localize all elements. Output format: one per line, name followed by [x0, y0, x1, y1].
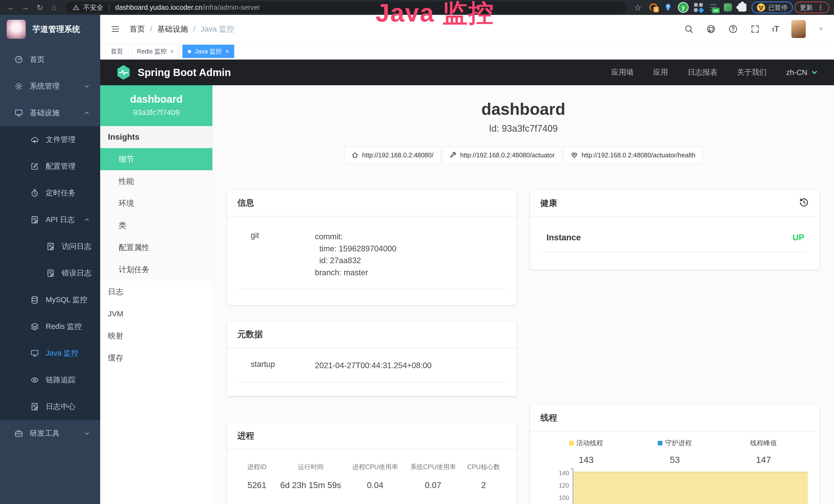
link-label: http://192.168.0.2:48080/actuator — [460, 152, 555, 159]
sidebar-item-config-manage[interactable]: 配置管理 — [0, 153, 100, 180]
sba-instance-header[interactable]: dashboard 93a3fc7f7409 — [100, 85, 213, 126]
sba-brand[interactable]: Spring Boot Admin — [116, 65, 231, 81]
url-path: /infra/admin-server — [202, 4, 260, 11]
sidebar-item-redis-monitor[interactable]: Redis 监控 — [0, 313, 100, 340]
extension-puzzle-icon[interactable] — [738, 3, 746, 12]
sba-nav-applications[interactable]: 应用 — [653, 67, 668, 77]
sidebar-item-api-log[interactable]: API 日志 — [0, 206, 100, 233]
sidebar-item-java-monitor[interactable]: Java 监控 — [0, 340, 100, 367]
sba-menu-jvm[interactable]: JVM — [100, 303, 213, 325]
bookmark-star-icon[interactable]: ☆ — [631, 1, 644, 14]
sidebar-item-home[interactable]: 首页 — [0, 46, 100, 73]
browser-menu-icon[interactable]: ⋮ — [817, 3, 824, 12]
eye-icon — [30, 375, 39, 384]
app-sidebar: 芋道管理系统 首页 系统管理 基础设施 文件管理 配置管理 — [0, 15, 100, 504]
metadata-card: 元数据 startup 2021-04-27T00:44:31.254+08:0… — [227, 321, 517, 396]
sba-menu-mappings[interactable]: 映射 — [100, 325, 213, 347]
status-badge: UP — [792, 233, 804, 243]
briefcase-icon — [14, 429, 23, 438]
health-url-link[interactable]: http://192.168.0.2:48080/actuator/health — [564, 147, 702, 163]
sba-instance-name: dashboard — [100, 93, 213, 105]
active-tab-dot — [188, 50, 191, 53]
sba-menu-scheduled-tasks[interactable]: 计划任务 — [100, 258, 213, 281]
language-selector[interactable]: zh-CN — [786, 68, 818, 77]
sba-menu-logs[interactable]: 日志 — [100, 281, 213, 303]
browser-toolbar: ← → ↻ ⌂ 不安全 dashboard.yudao.iocoder.cn/i… — [0, 0, 834, 15]
security-status[interactable]: 不安全 — [83, 3, 103, 12]
extension-switch-icon[interactable]: on — [709, 3, 718, 12]
browser-forward-icon[interactable]: → — [19, 1, 32, 14]
sidebar-item-mysql-monitor[interactable]: MySQL 监控 — [0, 287, 100, 313]
sidebar-item-label: 链路追踪 — [46, 375, 75, 385]
sba-nav-journal[interactable]: 日志报表 — [687, 67, 717, 77]
sidebar-item-system[interactable]: 系统管理 — [0, 73, 100, 100]
github-icon[interactable] — [706, 24, 716, 34]
sidebar-item-log-center[interactable]: 日志中心 — [0, 393, 100, 420]
sidebar-item-scheduled-jobs[interactable]: 定时任务 — [0, 180, 100, 206]
help-icon[interactable] — [728, 24, 738, 34]
avatar-caret-icon[interactable]: ▼ — [818, 26, 824, 32]
health-instance-row[interactable]: Instance UP — [543, 233, 807, 252]
paused-extension-button[interactable]: 已暂停 — [751, 2, 793, 13]
user-avatar[interactable] — [791, 20, 806, 38]
app-title: 芋道管理系统 — [32, 24, 80, 35]
history-icon[interactable] — [798, 197, 809, 209]
right-column: 健康 Instance UP 线程 — [530, 190, 820, 504]
link-label: http://192.168.0.2:48080/actuator/health — [581, 152, 695, 159]
actuator-url-link[interactable]: http://192.168.0.2:48080/actuator — [443, 147, 562, 163]
browser-reload-icon[interactable]: ↻ — [34, 1, 46, 14]
sidebar-item-label: 系统管理 — [30, 81, 60, 91]
sba-menu-metrics[interactable]: 性能 — [100, 170, 213, 192]
sba-sidebar: dashboard 93a3fc7f7409 Insights 细节 性能 环境… — [100, 85, 213, 504]
search-icon[interactable] — [684, 24, 694, 34]
sba-nav-wallboard[interactable]: 应用墙 — [611, 67, 634, 77]
font-size-icon[interactable]: tT — [772, 24, 779, 33]
process-value: 0.04 — [346, 480, 405, 490]
sidebar-item-access-log[interactable]: 访问日志 — [0, 233, 100, 260]
fullscreen-icon[interactable] — [750, 24, 760, 34]
sidebar-item-infrastructure[interactable]: 基础设施 — [0, 100, 100, 126]
database-icon — [30, 296, 39, 304]
extension-sprout-icon[interactable] — [724, 3, 732, 12]
threads-legend: 活动线程 守护进程 线程峰值 143 53 — [542, 438, 808, 465]
sidebar-item-dev-tools[interactable]: 研发工具 — [0, 420, 100, 447]
sba-menu-classes[interactable]: 类 — [100, 214, 213, 236]
close-icon[interactable]: × — [170, 48, 174, 55]
live-threads-area-series — [574, 472, 808, 504]
tab-redis-monitor[interactable]: Redis 监控 × — [132, 45, 179, 58]
legend-swatch-blue — [658, 441, 662, 445]
sba-menu-environment[interactable]: 环境 — [100, 192, 213, 214]
sba-nav-about[interactable]: 关于我们 — [737, 67, 767, 77]
close-icon[interactable]: × — [225, 48, 229, 55]
app-logo[interactable]: 芋道管理系统 — [0, 15, 100, 44]
sba-menu-details[interactable]: 细节 — [100, 148, 213, 170]
breadcrumb-infrastructure[interactable]: 基础设施 — [157, 24, 188, 35]
chart-plot-area — [573, 468, 808, 504]
extension-grid-icon[interactable] — [694, 3, 703, 12]
sidebar-item-error-log[interactable]: 错误日志 — [0, 260, 100, 287]
breadcrumb-home[interactable]: 首页 — [129, 24, 145, 35]
sba-menu-config-props[interactable]: 配置属性 — [100, 236, 213, 258]
sidebar-item-tracing[interactable]: 链路追踪 — [0, 367, 100, 393]
language-label: zh-CN — [786, 68, 807, 77]
layers-icon — [30, 322, 39, 331]
service-url-link[interactable]: http://192.168.0.2:48080/ — [345, 147, 440, 163]
process-header: 运行时间 — [276, 463, 346, 471]
sidebar-item-label: Java 监控 — [46, 348, 78, 359]
extension-y-icon[interactable]: y — [679, 3, 688, 12]
tab-java-monitor[interactable]: Java 监控 × — [182, 45, 234, 58]
sba-menu-caches[interactable]: 缓存 — [100, 347, 213, 369]
hamburger-icon[interactable] — [110, 24, 120, 34]
browser-home-icon[interactable]: ⌂ — [48, 1, 61, 14]
sba-insights-list: 细节 性能 环境 类 配置属性 计划任务 — [100, 148, 213, 281]
sidebar-item-label: 日志中心 — [46, 402, 75, 412]
extension-colorzilla-icon[interactable]: 1 — [649, 3, 658, 12]
tab-home[interactable]: 首页 — [105, 45, 128, 58]
sidebar-item-file-manage[interactable]: 文件管理 — [0, 126, 100, 153]
chevron-down-icon — [83, 83, 90, 90]
emoji-face-icon — [757, 3, 765, 12]
address-bar[interactable]: 不安全 dashboard.yudao.iocoder.cn/infra/adm… — [66, 2, 626, 13]
browser-back-icon[interactable]: ← — [5, 1, 18, 14]
browser-update-button[interactable]: 更新 ⋮ — [794, 2, 829, 13]
extension-pin-icon[interactable] — [664, 3, 673, 12]
